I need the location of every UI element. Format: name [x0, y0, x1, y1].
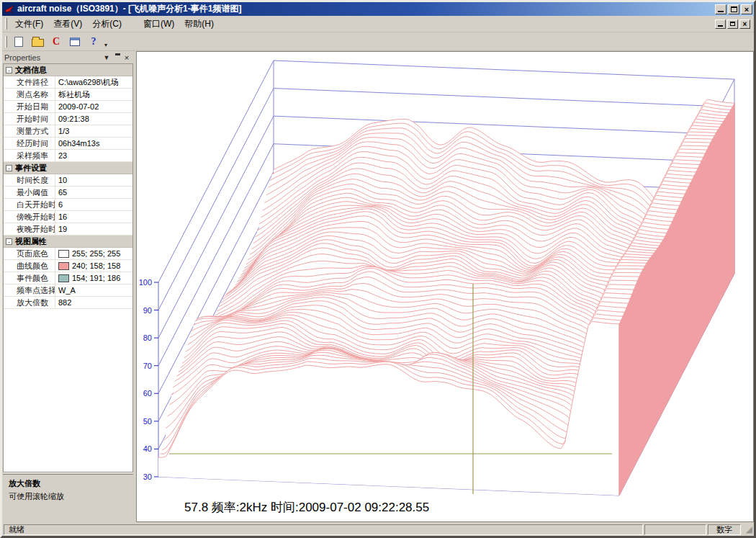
property-value-night-start[interactable]: 19: [55, 223, 132, 235]
property-value-page-bg-color[interactable]: 255; 255; 255: [55, 248, 132, 259]
properties-panel: Properties ▼ × -文档信息文件路径C:\awa6298\机场测点名…: [2, 51, 134, 522]
property-label-zoom-factor: 放大倍数: [4, 297, 55, 308]
property-value-start-time[interactable]: 09:21:38: [55, 113, 132, 125]
open-file-icon: [32, 39, 44, 47]
property-row-night-start: 夜晚开始时间19: [4, 223, 132, 236]
property-value-elapsed-time[interactable]: 06h34m13s: [55, 138, 132, 149]
property-grid: -文档信息文件路径C:\awa6298\机场测点名称栎社机场开始日期2009-0…: [3, 63, 133, 472]
property-row-event-color: 事件颜色154; 191; 186: [4, 272, 132, 284]
properties-button[interactable]: [66, 34, 84, 50]
property-help-box: 放大倍数 可使用滚轮缩放: [3, 475, 133, 508]
property-value-day-start[interactable]: 6: [55, 199, 132, 210]
help-box-title: 放大倍数: [9, 478, 127, 489]
color-swatch-event-color[interactable]: [58, 274, 69, 282]
property-row-page-bg-color: 页面底色255; 255; 255: [4, 248, 132, 260]
panel-pin-icon[interactable]: [112, 53, 122, 63]
panel-close-icon[interactable]: ×: [122, 53, 132, 63]
property-row-freq-point: 频率点选择W_A: [4, 284, 132, 297]
waterfall-svg[interactable]: 1009080706050403057.8 频率:2kHz 时间:2009-07…: [137, 52, 753, 521]
property-value-file-path[interactable]: C:\awa6298\机场: [55, 76, 132, 88]
property-row-start-time: 开始时间09:21:38: [4, 113, 132, 125]
property-value-text-start-date: 2009-07-02: [58, 101, 99, 112]
color-swatch-curve-color[interactable]: [58, 262, 69, 270]
property-value-event-color[interactable]: 154; 191; 186: [55, 272, 132, 284]
property-value-freq-point[interactable]: W_A: [55, 284, 132, 296]
property-value-min-threshold[interactable]: 65: [55, 187, 132, 198]
mdi-close-icon: ×: [743, 20, 747, 28]
mdi-close-button[interactable]: ×: [739, 19, 750, 29]
close-icon: ×: [744, 5, 749, 14]
section-title-doc-info: 文档信息: [15, 64, 47, 76]
new-file-button[interactable]: [10, 34, 27, 50]
minimize-button[interactable]: [715, 4, 726, 14]
property-label-day-start: 白天开始时间: [4, 199, 55, 210]
collapse-icon[interactable]: -: [6, 67, 12, 73]
property-label-evening-start: 傍晚开始时间: [4, 211, 55, 223]
property-value-time-length[interactable]: 10: [55, 174, 132, 186]
property-label-min-threshold: 最小阈值: [4, 187, 55, 198]
svg-text:40: 40: [143, 444, 152, 453]
app-window: aircraft noise（ISO3891）- [飞机噪声分析1-事件1频谱图…: [0, 0, 756, 538]
menu-item-window[interactable]: 窗口(W): [138, 16, 179, 32]
main-content: Properties ▼ × -文档信息文件路径C:\awa6298\机场测点名…: [2, 51, 754, 522]
property-value-text-curve-color: 240; 158; 158: [72, 260, 120, 272]
property-row-zoom-factor: 放大倍数882: [4, 297, 132, 309]
section-view-props[interactable]: -视图属性: [4, 236, 132, 248]
property-value-text-site-name: 栎社机场: [58, 89, 90, 100]
menubar-grip[interactable]: [5, 18, 7, 30]
open-file-button[interactable]: [29, 34, 46, 50]
property-value-zoom-factor[interactable]: 882: [55, 297, 132, 308]
property-label-night-start: 夜晚开始时间: [4, 223, 55, 235]
property-value-text-sample-rate: 23: [58, 150, 67, 161]
mdi-minimize-button[interactable]: [715, 19, 726, 29]
property-value-sample-rate[interactable]: 23: [55, 150, 132, 161]
property-value-evening-start[interactable]: 16: [55, 211, 132, 223]
section-event-settings[interactable]: -事件设置: [4, 162, 132, 174]
calibration-button[interactable]: C: [48, 34, 65, 50]
property-label-file-path: 文件路径: [4, 76, 55, 88]
svg-text:30: 30: [143, 472, 152, 481]
property-label-measure-mode: 测量方式: [4, 125, 55, 137]
status-bar: 就绪 数字 ◢: [2, 522, 754, 536]
status-num-indicator: 数字: [708, 524, 741, 535]
property-value-text-elapsed-time: 06h34m13s: [58, 138, 100, 149]
property-row-sample-rate: 采样频率23: [4, 150, 132, 162]
property-value-text-time-length: 10: [58, 174, 67, 186]
panel-dropdown-icon[interactable]: ▼: [102, 53, 112, 63]
titlebar-buttons: ×: [714, 4, 752, 14]
menu-item-file[interactable]: 文件(F): [10, 16, 48, 32]
property-label-time-length: 时间长度: [4, 174, 55, 186]
collapse-icon[interactable]: -: [6, 238, 12, 245]
property-value-measure-mode[interactable]: 1/3: [55, 125, 132, 137]
properties-icon: [70, 37, 80, 46]
resize-grip[interactable]: ◢: [742, 524, 752, 535]
property-value-text-night-start: 19: [58, 223, 67, 235]
svg-text:60: 60: [143, 389, 152, 398]
help-button[interactable]: ?: [85, 34, 102, 50]
new-file-icon: [14, 37, 23, 47]
waterfall-chart[interactable]: 1009080706050403057.8 频率:2kHz 时间:2009-07…: [136, 51, 754, 522]
property-row-min-threshold: 最小阈值65: [4, 187, 132, 199]
maximize-icon: [731, 6, 737, 12]
section-doc-info[interactable]: -文档信息: [4, 64, 132, 76]
collapse-icon[interactable]: -: [6, 165, 12, 171]
property-value-site-name[interactable]: 栎社机场: [55, 89, 132, 100]
close-button[interactable]: ×: [741, 4, 752, 14]
menu-item-help[interactable]: 帮助(H): [179, 16, 219, 32]
menu-item-view[interactable]: 查看(V): [48, 16, 87, 32]
property-label-page-bg-color: 页面底色: [4, 248, 55, 259]
toolbar-overflow-icon[interactable]: ▾: [102, 42, 109, 48]
svg-text:90: 90: [143, 306, 152, 315]
color-swatch-page-bg-color[interactable]: [58, 250, 69, 258]
property-value-text-day-start: 6: [58, 199, 63, 210]
property-value-start-date[interactable]: 2009-07-02: [55, 101, 132, 112]
toolbar-grip[interactable]: [5, 36, 7, 48]
property-label-sample-rate: 采样频率: [4, 150, 55, 161]
app-logo-icon: [4, 4, 15, 14]
property-value-curve-color[interactable]: 240; 158; 158: [55, 260, 132, 272]
svg-text:100: 100: [139, 278, 152, 287]
minimize-icon: [718, 11, 724, 12]
menu-item-analysis[interactable]: 分析(C): [87, 16, 127, 32]
maximize-button[interactable]: [728, 4, 739, 14]
mdi-restore-button[interactable]: [727, 19, 738, 29]
